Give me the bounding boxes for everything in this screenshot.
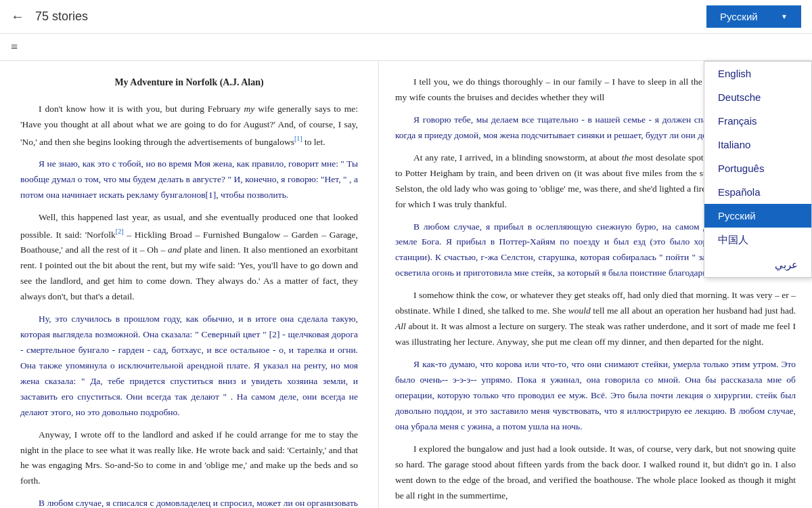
language-option-chinese[interactable]: 中国人 — [704, 228, 811, 253]
hamburger-menu-icon[interactable]: ≡ — [11, 40, 18, 54]
left-paragraph-5: Anyway, I wrote off to the landlord and … — [20, 427, 358, 490]
right-paragraph-5: I somehow think the cow, or whatever the… — [395, 288, 796, 350]
language-option-english[interactable]: English — [704, 62, 811, 85]
chevron-down-icon: ▼ — [781, 13, 788, 20]
page-title: 75 stories — [35, 9, 88, 24]
language-selector-button[interactable]: Русский ▼ — [706, 5, 801, 28]
right-paragraph-7: I explored the bungalow and just had a l… — [395, 442, 796, 504]
menu-row: ≡ — [0, 34, 812, 61]
back-button[interactable]: ← — [11, 9, 24, 24]
language-option-arabic[interactable]: عربي — [704, 253, 811, 277]
current-language-label: Русский — [720, 11, 758, 22]
language-dropdown: English Deutsche Français Italiano Portu… — [704, 61, 812, 278]
content-area: My Adventure in Norfolk (A.J. Alan) I do… — [0, 61, 812, 508]
left-paragraph-3: Well, this happened last year, as usual,… — [20, 210, 358, 305]
left-paragraph-1: I don't know how it is with you, but dur… — [20, 102, 358, 150]
language-option-deutsche[interactable]: Deutsche — [704, 85, 811, 109]
left-column: My Adventure in Norfolk (A.J. Alan) I do… — [0, 61, 379, 508]
left-paragraph-2: Я не знаю, как это с тобой, но во время … — [20, 156, 358, 203]
language-option-francais[interactable]: Français — [704, 109, 811, 133]
left-paragraph-6: В любом случае, я списался с домовладеле… — [20, 496, 358, 508]
right-paragraph-6: Я как-то думаю, что корова или что-то, ч… — [395, 357, 796, 435]
language-option-russkiy[interactable]: Русский — [704, 204, 811, 228]
language-option-espanola[interactable]: Española — [704, 180, 811, 204]
language-option-italiano[interactable]: Italiano — [704, 133, 811, 156]
header: ← 75 stories Русский ▼ — [0, 0, 812, 34]
language-option-portugues[interactable]: Português — [704, 156, 811, 180]
left-paragraph-4: Ну, это случилось в прошлом году, как об… — [20, 312, 358, 421]
story-title: My Adventure in Norfolk (A.J. Alan) — [20, 75, 358, 91]
